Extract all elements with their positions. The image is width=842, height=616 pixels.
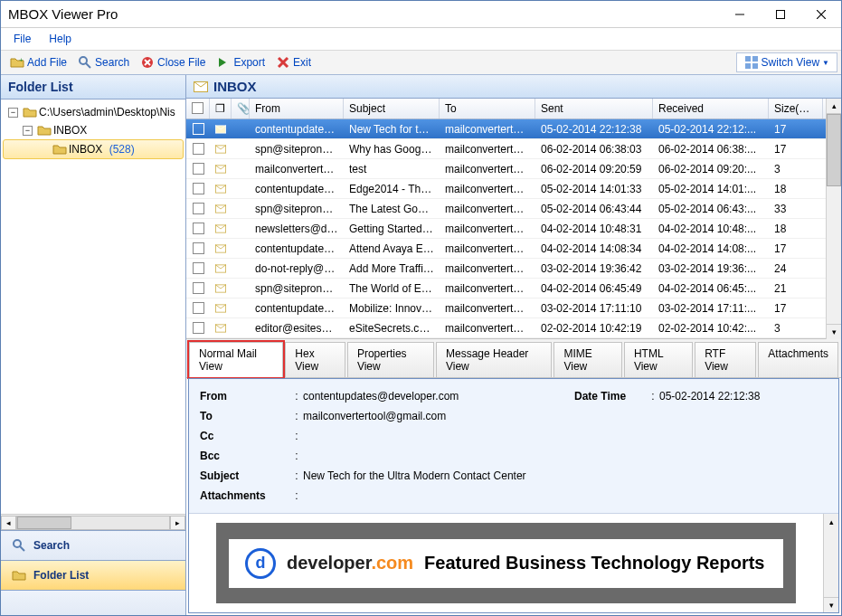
mail-row[interactable]: contentupdates...Edge2014 - The P...mail… [186, 179, 826, 199]
label-subject: Subject [200, 469, 290, 482]
menu-help[interactable]: Help [40, 30, 80, 48]
envelope-icon [210, 142, 232, 156]
tree-inbox-child-node[interactable]: INBOX (528) [3, 139, 184, 159]
row-checkbox[interactable] [186, 320, 210, 336]
row-checkbox[interactable] [186, 300, 210, 316]
tab-html-view[interactable]: HTML View [624, 342, 693, 377]
scroll-left-icon[interactable]: ◂ [1, 516, 16, 530]
row-checkbox[interactable] [186, 201, 210, 216]
tab-message-header-view[interactable]: Message Header View [436, 342, 553, 377]
col-checkbox[interactable] [186, 99, 210, 118]
svg-rect-12 [745, 56, 751, 62]
menubar: File Help [1, 28, 841, 50]
row-from: contentupdates... [250, 241, 344, 257]
scroll-up-icon[interactable]: ▴ [827, 99, 841, 114]
row-checkbox[interactable] [186, 141, 210, 156]
close-file-button[interactable]: Close File [135, 53, 211, 71]
mail-grid-vscroll[interactable]: ▴ ▾ [826, 99, 841, 339]
add-file-button[interactable]: + Add File [5, 53, 72, 71]
envelope-icon [210, 222, 232, 236]
row-received: 02-02-2014 10:42:... [653, 320, 769, 336]
mail-row[interactable]: editor@esitesecr...eSiteSecrets.com ...m… [186, 318, 826, 338]
col-icon[interactable]: ❐ [210, 99, 232, 118]
collapse-icon[interactable]: − [23, 126, 33, 136]
folder-tree[interactable]: − C:\Users\admin\Desktop\Nis − INBOX INB… [1, 100, 185, 514]
close-button[interactable] [800, 1, 841, 27]
mail-row[interactable]: spn@sitepronew...Why has Google ...mailc… [186, 139, 826, 159]
envelope-icon [210, 182, 232, 196]
nav-search-button[interactable]: Search [1, 530, 185, 560]
mail-body-vscroll[interactable]: ▴ ▾ [823, 514, 838, 612]
col-size[interactable]: Size(KB) [769, 99, 823, 118]
row-subject: Mobilize: Innovat... [344, 300, 440, 317]
exit-icon [276, 55, 290, 70]
row-attachment [232, 227, 250, 231]
value-cc [303, 430, 828, 442]
mail-row[interactable]: mailconvertertool...testmailconvertertoo… [186, 159, 826, 179]
mail-row[interactable]: newsletters@dev...Getting Started ...mai… [186, 219, 826, 239]
row-checkbox[interactable] [186, 241, 210, 256]
tab-mime-view[interactable]: MIME View [553, 342, 621, 377]
envelope-icon [210, 301, 232, 316]
mail-row[interactable]: do-not-reply@de...Add More Traffic ...ma… [186, 259, 826, 279]
row-checkbox[interactable] [186, 261, 210, 276]
search-button[interactable]: Search [72, 53, 135, 71]
left-pane: Folder List − C:\Users\admin\Desktop\Nis… [1, 75, 186, 615]
row-checkbox[interactable] [186, 161, 210, 176]
folder-tree-hscroll[interactable]: ◂ ▸ [1, 514, 185, 530]
maximize-button[interactable] [760, 1, 800, 27]
exit-button[interactable]: Exit [270, 53, 317, 71]
col-attachment[interactable]: 📎 [232, 99, 250, 118]
mail-row[interactable]: contentupdates...New Tech for the ...mai… [186, 119, 826, 139]
minimize-button[interactable] [719, 1, 760, 27]
tab-attachments[interactable]: Attachments [758, 342, 838, 377]
col-sent[interactable]: Sent [535, 99, 653, 118]
value-datetime: 05-02-2014 22:12:38 [659, 390, 828, 403]
col-from[interactable]: From [250, 99, 344, 118]
right-pane: INBOX ❐ 📎 From Subject To Sent Received … [186, 75, 841, 615]
collapse-icon[interactable]: − [8, 108, 18, 118]
row-checkbox[interactable] [186, 280, 210, 296]
scroll-thumb[interactable] [827, 114, 841, 186]
nav-folder-list-button[interactable]: Folder List [1, 560, 185, 590]
scroll-up-icon[interactable]: ▴ [824, 514, 838, 529]
col-subject[interactable]: Subject [344, 99, 440, 118]
mail-row[interactable]: contentupdates...Attend Avaya Evo...mail… [186, 239, 826, 259]
mail-row[interactable]: contentupdates...Mobilize: Innovat...mai… [186, 299, 826, 318]
scroll-right-icon[interactable]: ▸ [170, 516, 185, 530]
tab-properties-view[interactable]: Properties View [347, 342, 434, 377]
envelope-icon [210, 321, 232, 336]
export-icon [216, 55, 231, 70]
row-checkbox[interactable] [186, 181, 210, 196]
row-sent: 06-02-2014 09:20:59 [535, 161, 653, 177]
switch-view-button[interactable]: Switch View ▼ [736, 52, 837, 72]
col-received[interactable]: Received [653, 99, 769, 118]
col-to[interactable]: To [440, 99, 535, 118]
tree-root-node[interactable]: − C:\Users\admin\Desktop\Nis [1, 103, 185, 121]
row-attachment [232, 307, 250, 310]
close-circle-icon [140, 55, 155, 70]
tab-hex-view[interactable]: Hex View [285, 342, 345, 377]
scroll-down-icon[interactable]: ▾ [827, 324, 841, 339]
row-sent: 05-02-2014 22:12:38 [535, 121, 653, 137]
row-size: 17 [769, 300, 823, 317]
mail-row[interactable]: spn@sitepronew...The Latest Googl...mail… [186, 199, 826, 219]
tree-inbox-node[interactable]: − INBOX [1, 121, 185, 139]
export-button[interactable]: Export [211, 53, 270, 71]
row-to: mailconvertertool... [440, 201, 535, 217]
tree-inbox-child-label: INBOX [69, 143, 102, 156]
menu-file[interactable]: File [5, 30, 40, 48]
scroll-thumb[interactable] [17, 516, 71, 529]
row-checkbox[interactable] [186, 121, 210, 137]
banner-brand: developer.com [287, 553, 413, 573]
scroll-track[interactable] [16, 516, 170, 530]
tab-rtf-view[interactable]: RTF View [695, 342, 756, 377]
scroll-down-icon[interactable]: ▾ [824, 597, 838, 612]
row-checkbox[interactable] [186, 221, 210, 236]
mail-detail-pane: From : contentupdates@developer.com Date… [188, 378, 839, 613]
tab-normal-mail-view[interactable]: Normal Mail View [189, 342, 283, 377]
row-size: 17 [769, 241, 823, 257]
mail-row[interactable]: spn@sitepronew...The World of Eco...mail… [186, 279, 826, 299]
search-icon [12, 538, 26, 553]
mail-body-preview: d developer.com Featured Business Techno… [189, 513, 838, 612]
